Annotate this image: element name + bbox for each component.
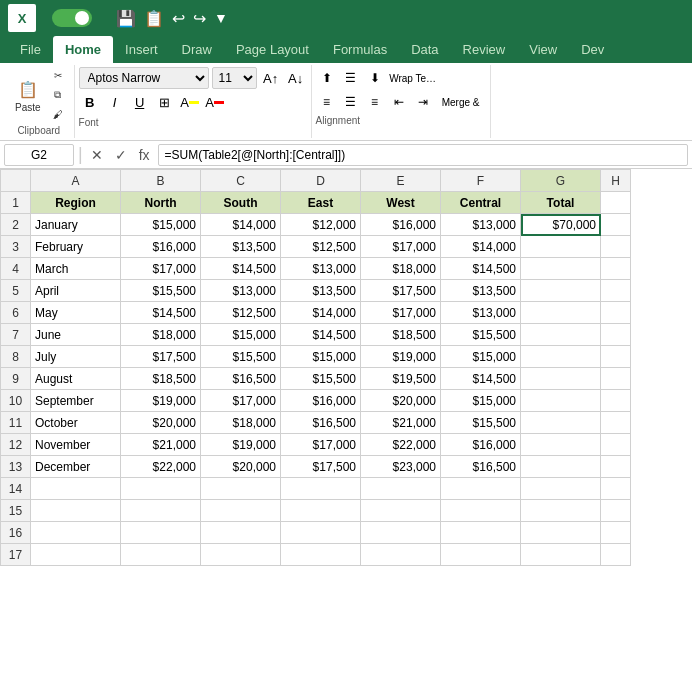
cell-f7[interactable]: $15,500 — [441, 324, 521, 346]
cell-a2[interactable]: January — [31, 214, 121, 236]
cell-reference-input[interactable] — [4, 144, 74, 166]
cell-d10[interactable]: $16,000 — [281, 390, 361, 412]
decrease-font-button[interactable]: A↓ — [285, 67, 307, 89]
font-size-select[interactable]: 11 — [212, 67, 257, 89]
cell-b16[interactable] — [121, 522, 201, 544]
row-num-6[interactable]: 6 — [1, 302, 31, 324]
copy-button[interactable]: ⧉ — [48, 86, 68, 104]
cell-g2[interactable]: $70,000 — [521, 214, 601, 236]
fill-color-button[interactable]: A — [179, 91, 201, 113]
row-num-12[interactable]: 12 — [1, 434, 31, 456]
underline-button[interactable]: U — [129, 91, 151, 113]
cell-c9[interactable]: $16,500 — [201, 368, 281, 390]
row-num-11[interactable]: 11 — [1, 412, 31, 434]
cell-g11[interactable] — [521, 412, 601, 434]
cell-c7[interactable]: $15,000 — [201, 324, 281, 346]
cell-b13[interactable]: $22,000 — [121, 456, 201, 478]
cell-d8[interactable]: $15,000 — [281, 346, 361, 368]
redo-icon[interactable]: ↪ — [193, 9, 206, 28]
cell-e10[interactable]: $20,000 — [361, 390, 441, 412]
cell-h14[interactable] — [601, 478, 631, 500]
cell-h16[interactable] — [601, 522, 631, 544]
cell-f5[interactable]: $13,500 — [441, 280, 521, 302]
cell-e14[interactable] — [361, 478, 441, 500]
cell-f4[interactable]: $14,500 — [441, 258, 521, 280]
cell-b12[interactable]: $21,000 — [121, 434, 201, 456]
cell-b1[interactable]: North — [121, 192, 201, 214]
cell-d5[interactable]: $13,500 — [281, 280, 361, 302]
cell-g13[interactable] — [521, 456, 601, 478]
cell-d16[interactable] — [281, 522, 361, 544]
cell-e9[interactable]: $19,500 — [361, 368, 441, 390]
cell-e11[interactable]: $21,000 — [361, 412, 441, 434]
save-as-icon[interactable]: 📋 — [144, 9, 164, 28]
cell-b15[interactable] — [121, 500, 201, 522]
increase-font-button[interactable]: A↑ — [260, 67, 282, 89]
cell-h6[interactable] — [601, 302, 631, 324]
format-painter-button[interactable]: 🖌 — [48, 106, 68, 123]
border-button[interactable]: ⊞ — [154, 91, 176, 113]
cell-c6[interactable]: $12,500 — [201, 302, 281, 324]
cell-d4[interactable]: $13,000 — [281, 258, 361, 280]
cell-h2[interactable] — [601, 214, 631, 236]
cell-a3[interactable]: February — [31, 236, 121, 258]
cell-g10[interactable] — [521, 390, 601, 412]
col-header-h[interactable]: H — [601, 170, 631, 192]
row-num-14[interactable]: 14 — [1, 478, 31, 500]
row-num-13[interactable]: 13 — [1, 456, 31, 478]
cell-c4[interactable]: $14,500 — [201, 258, 281, 280]
row-num-5[interactable]: 5 — [1, 280, 31, 302]
cell-e6[interactable]: $17,000 — [361, 302, 441, 324]
cell-f6[interactable]: $13,000 — [441, 302, 521, 324]
cell-f10[interactable]: $15,000 — [441, 390, 521, 412]
cell-c3[interactable]: $13,500 — [201, 236, 281, 258]
cell-g1[interactable]: Total — [521, 192, 601, 214]
cell-b6[interactable]: $14,500 — [121, 302, 201, 324]
cell-e7[interactable]: $18,500 — [361, 324, 441, 346]
cell-d1[interactable]: East — [281, 192, 361, 214]
cell-a5[interactable]: April — [31, 280, 121, 302]
cell-a11[interactable]: October — [31, 412, 121, 434]
cell-a8[interactable]: July — [31, 346, 121, 368]
cell-c10[interactable]: $17,000 — [201, 390, 281, 412]
cell-b4[interactable]: $17,000 — [121, 258, 201, 280]
tab-data[interactable]: Data — [399, 36, 450, 63]
insert-function-icon[interactable]: fx — [135, 145, 154, 165]
row-num-16[interactable]: 16 — [1, 522, 31, 544]
cut-button[interactable]: ✂ — [48, 67, 68, 84]
align-middle-button[interactable]: ☰ — [340, 67, 362, 89]
tab-file[interactable]: File — [8, 36, 53, 63]
cell-c14[interactable] — [201, 478, 281, 500]
align-top-button[interactable]: ⬆ — [316, 67, 338, 89]
cell-f9[interactable]: $14,500 — [441, 368, 521, 390]
cell-h7[interactable] — [601, 324, 631, 346]
cell-h15[interactable] — [601, 500, 631, 522]
cell-f17[interactable] — [441, 544, 521, 566]
cell-g5[interactable] — [521, 280, 601, 302]
cell-a7[interactable]: June — [31, 324, 121, 346]
col-header-a[interactable]: A — [31, 170, 121, 192]
cell-c13[interactable]: $20,000 — [201, 456, 281, 478]
indent-inc-button[interactable]: ⇥ — [412, 91, 434, 113]
cell-g3[interactable] — [521, 236, 601, 258]
cell-a4[interactable]: March — [31, 258, 121, 280]
cell-a16[interactable] — [31, 522, 121, 544]
cell-f16[interactable] — [441, 522, 521, 544]
align-right-button[interactable]: ≡ — [364, 91, 386, 113]
cell-h5[interactable] — [601, 280, 631, 302]
cell-e12[interactable]: $22,000 — [361, 434, 441, 456]
cell-c17[interactable] — [201, 544, 281, 566]
cell-h8[interactable] — [601, 346, 631, 368]
tab-formulas[interactable]: Formulas — [321, 36, 399, 63]
cell-c1[interactable]: South — [201, 192, 281, 214]
italic-button[interactable]: I — [104, 91, 126, 113]
cell-a17[interactable] — [31, 544, 121, 566]
cell-d2[interactable]: $12,000 — [281, 214, 361, 236]
cell-a10[interactable]: September — [31, 390, 121, 412]
cell-h12[interactable] — [601, 434, 631, 456]
tab-page-layout[interactable]: Page Layout — [224, 36, 321, 63]
cell-d14[interactable] — [281, 478, 361, 500]
row-num-7[interactable]: 7 — [1, 324, 31, 346]
cell-a9[interactable]: August — [31, 368, 121, 390]
cell-f13[interactable]: $16,500 — [441, 456, 521, 478]
